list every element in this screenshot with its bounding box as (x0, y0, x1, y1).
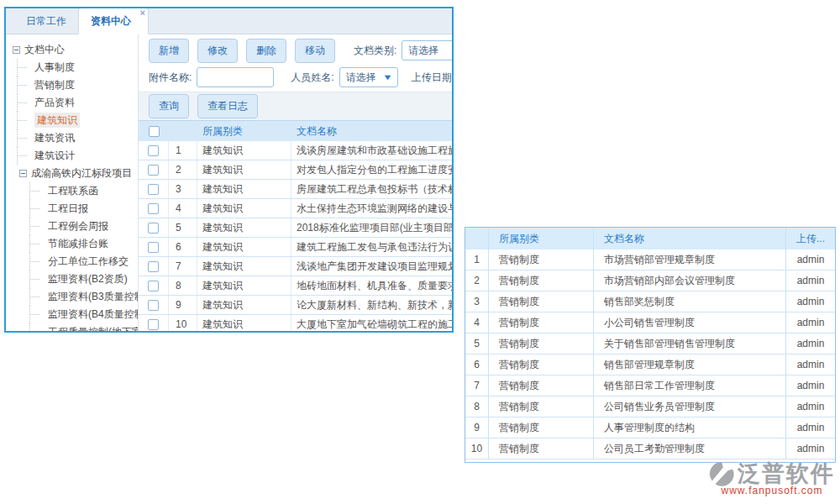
table-row[interactable]: 4建筑知识水土保持生态环境监测网络的建设与资... (139, 199, 452, 218)
tree-root-label: 文档中心 (24, 43, 65, 57)
row-index: 1 (465, 249, 488, 270)
row-category: 营销制度 (488, 375, 593, 396)
table-row[interactable]: 2营销制度市场营销部内部会议管理制度admin (465, 270, 835, 291)
table-row[interactable]: 4营销制度小公司销售管理制度admin (465, 312, 835, 333)
row-category: 营销制度 (488, 438, 593, 459)
row-checkbox-cell (139, 315, 169, 331)
toolbar-button-修改[interactable]: 修改 (197, 39, 238, 63)
row-index: 9 (169, 296, 197, 314)
tree-item-产品资料[interactable]: 产品资料 (6, 94, 138, 112)
tree-item-分工单位工作移交[interactable]: 分工单位工作移交 (6, 253, 138, 270)
tree-item-label: 建筑资讯 (34, 132, 75, 144)
row-index: 4 (465, 312, 488, 333)
toolbar-button-移动[interactable]: 移动 (295, 39, 335, 63)
attachment-label: 附件名称: (149, 71, 192, 85)
table-row[interactable]: 3营销制度销售部奖惩制度admin (465, 291, 835, 312)
row-uploader: admin (785, 270, 835, 291)
row-checkbox[interactable] (148, 242, 159, 253)
tree-item-label: 工程日报 (48, 202, 88, 214)
row-checkbox[interactable] (148, 319, 159, 330)
table-row[interactable]: 5营销制度关于销售部管理销售管理制度admin (465, 333, 835, 354)
query-button[interactable]: 查询 (149, 94, 189, 118)
row-uploader: admin (785, 438, 835, 459)
row-doc-name: 地砖地面材料、机具准备、质量要求及... (291, 279, 452, 293)
row-doc-name: 房屋建筑工程总承包投标书（技术标）... (291, 182, 452, 197)
table-row[interactable]: 3建筑知识房屋建筑工程总承包投标书（技术标）... (139, 180, 452, 199)
row-doc-name: 浅谈地产集团开发建设项目监理规划编... (291, 260, 452, 274)
tree-item-工程质量控制(地下室)[interactable]: 工程质量控制(地下室) (6, 323, 138, 331)
tree-root-document-center[interactable]: 文档中心 (6, 41, 138, 59)
select-all-checkbox[interactable] (149, 126, 160, 137)
row-category: 建筑知识 (197, 199, 291, 218)
row-index: 10 (465, 438, 488, 459)
row-uploader: admin (785, 396, 835, 417)
table-row[interactable]: 10营销制度公司员工考勤管理制度admin (465, 438, 835, 459)
tree-item-人事制度[interactable]: 人事制度 (6, 59, 138, 76)
row-checkbox[interactable] (148, 223, 159, 234)
close-icon[interactable]: × (140, 8, 145, 18)
tab-bar: 日常工作 资料中心 × (6, 8, 452, 34)
tree-item-工程联系函[interactable]: 工程联系函 (6, 182, 138, 200)
row-checkbox[interactable] (148, 165, 159, 176)
table-row[interactable]: 8建筑知识地砖地面材料、机具准备、质量要求及... (139, 276, 452, 296)
row-doc-name: 建筑工程施工发包与承包违法行为认定... (291, 240, 452, 255)
table-row[interactable]: 10建筑知识大厦地下室加气砼墙砌筑工程的施工方... (139, 315, 452, 331)
tree-item-label: 产品资料 (34, 97, 75, 108)
tree-item-建筑资讯[interactable]: 建筑资讯 (6, 129, 138, 147)
row-doc-name: 论大厦新材料、新结构、新技术，新工... (291, 298, 452, 312)
person-select[interactable]: 请选择 ▼ (339, 67, 398, 87)
row-checkbox-cell (139, 180, 169, 198)
row-doc-name: 对发包人指定分包的工程施工进度安排... (291, 163, 452, 177)
table-row[interactable]: 1营销制度市场营销部管理规章制度admin (465, 249, 835, 270)
row-uploader: admin (785, 333, 835, 354)
table-row[interactable]: 7营销制度销售部日常工作管理制度admin (465, 375, 835, 396)
table-row[interactable]: 7建筑知识浅谈地产集团开发建设项目监理规划编... (139, 257, 452, 276)
row-index: 8 (169, 276, 197, 295)
brand-url-link[interactable]: www.fanpusoft.com (721, 485, 822, 496)
table-row[interactable]: 5建筑知识2018标准化监理项目部(业主项目部)人员... (139, 218, 452, 238)
tree-item-建筑知识[interactable]: 建筑知识 (6, 112, 138, 129)
tree-item-监理资料(B2资质)[interactable]: 监理资料(B2资质) (6, 270, 138, 288)
toolbar-button-删除[interactable]: 删除 (246, 39, 286, 63)
table-row[interactable]: 9建筑知识论大厦新材料、新结构、新技术，新工... (139, 296, 452, 315)
row-doc-name: 销售部日常工作管理制度 (593, 375, 785, 396)
tree-item-建筑设计[interactable]: 建筑设计 (6, 147, 138, 165)
tree-item-营销制度[interactable]: 营销制度 (6, 76, 138, 94)
collapse-icon[interactable] (19, 170, 27, 177)
toolbar-button-新增[interactable]: 新增 (149, 39, 189, 63)
row-index: 6 (465, 354, 488, 375)
tree-item-工程例会周报[interactable]: 工程例会周报 (6, 218, 138, 235)
doc-type-select[interactable]: 请选择 ▼ (402, 40, 452, 60)
fanpu-branding: 泛普软件 www.fanpusoft.com (709, 461, 835, 496)
row-checkbox[interactable] (148, 184, 159, 195)
tab-data-center[interactable]: 资料中心 × (78, 8, 149, 34)
row-checkbox[interactable] (148, 300, 159, 311)
row-uploader: admin (785, 312, 835, 333)
table-row[interactable]: 6建筑知识建筑工程施工发包与承包违法行为认定... (139, 238, 452, 257)
row-checkbox-cell (139, 199, 169, 218)
row-category: 建筑知识 (197, 257, 291, 276)
row-category: 营销制度 (488, 270, 593, 291)
table-row[interactable]: 2建筑知识对发包人指定分包的工程施工进度安排... (139, 160, 452, 180)
attachment-input[interactable] (197, 67, 274, 87)
table-row[interactable]: 9营销制度人事管理制度的结构admin (465, 417, 835, 438)
tab-daily-work-label: 日常工作 (26, 15, 66, 27)
tree-item-节能减排台账[interactable]: 节能减排台账 (6, 235, 138, 253)
collapse-icon[interactable] (13, 46, 20, 54)
tab-daily-work[interactable]: 日常工作 (14, 8, 78, 34)
table-row[interactable]: 8营销制度公司销售业务员管理制度admin (465, 396, 835, 417)
row-checkbox[interactable] (148, 281, 159, 291)
row-category: 建筑知识 (197, 160, 291, 179)
table-row[interactable]: 1建筑知识浅谈房屋建筑和市政基础设施工程施工... (139, 141, 452, 160)
tree-item-工程日报[interactable]: 工程日报 (6, 200, 138, 218)
row-checkbox[interactable] (148, 145, 159, 156)
tree-item-监理资料(B4质量控制)[interactable]: 监理资料(B4质量控制) (6, 306, 138, 323)
tree-node-project[interactable]: 成渝高铁内江标段项目 (6, 165, 138, 182)
row-checkbox[interactable] (148, 203, 159, 214)
view-log-button[interactable]: 查看日志 (197, 94, 258, 118)
tree-item-监理资料(B3质量控制)[interactable]: 监理资料(B3质量控制) (6, 288, 138, 306)
row-doc-name: 关于销售部管理销售管理制度 (593, 333, 785, 354)
table-row[interactable]: 6营销制度销售部管理规章制度admin (465, 354, 835, 375)
row-index: 2 (465, 270, 488, 291)
row-checkbox[interactable] (148, 261, 159, 272)
